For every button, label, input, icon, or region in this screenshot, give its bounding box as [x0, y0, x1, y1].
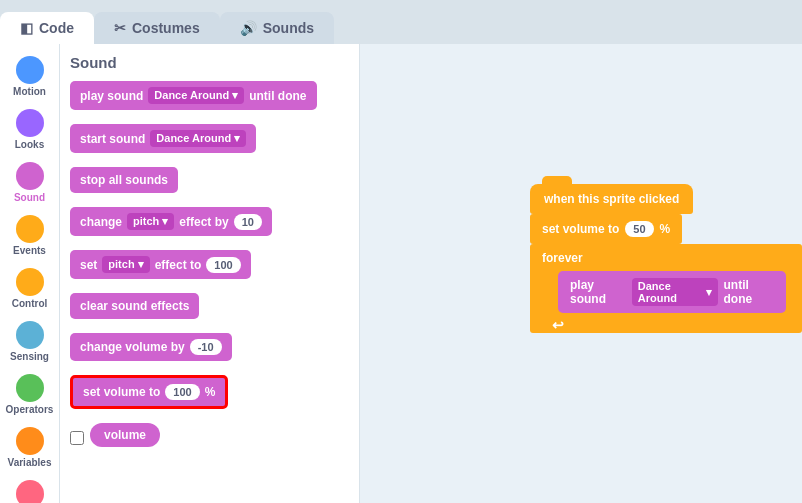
effect-to-text: effect to [155, 258, 202, 272]
blocks-panel-title: Sound [70, 54, 349, 71]
sensing-dot [16, 321, 44, 349]
block-start-sound[interactable]: start sound Dance Around ▾ [70, 124, 349, 159]
set-text: set [80, 258, 97, 272]
tab-costumes[interactable]: ✂ Costumes [94, 12, 220, 44]
tab-code-label: Code [39, 20, 74, 36]
code-icon: ◧ [20, 20, 33, 36]
forever-label: forever [542, 251, 583, 265]
sidebar-item-looks[interactable]: Looks [0, 105, 59, 154]
sidebar-item-motion-label: Motion [13, 86, 46, 97]
clear-effects-text: clear sound effects [80, 299, 189, 313]
sidebar-item-myblocks[interactable]: My Blocks [0, 476, 59, 503]
sidebar-item-operators-label: Operators [6, 404, 54, 415]
control-dot [16, 268, 44, 296]
sound-dot [16, 162, 44, 190]
set-volume-percent: % [205, 385, 216, 399]
pitch-effect-to-value[interactable]: 100 [206, 257, 240, 273]
play-sound-dropdown[interactable]: Dance Around ▾ [148, 87, 244, 104]
canvas-set-volume-value: 50 [625, 221, 653, 237]
sidebar-item-motion[interactable]: Motion [0, 52, 59, 101]
looks-dot [16, 109, 44, 137]
sidebar-item-variables[interactable]: Variables [0, 423, 59, 472]
volume-checkbox[interactable] [70, 431, 84, 445]
play-sound-text: play sound [80, 89, 143, 103]
set-pitch-dropdown[interactable]: pitch ▾ [102, 256, 149, 273]
tab-costumes-label: Costumes [132, 20, 200, 36]
blocks-panel: Sound play sound Dance Around ▾ until do… [60, 44, 360, 503]
start-sound-dropdown[interactable]: Dance Around ▾ [150, 130, 246, 147]
block-change-pitch[interactable]: change pitch ▾ effect by 10 [70, 207, 349, 242]
set-volume-text: set volume to [83, 385, 160, 399]
forever-bottom: ↩ [542, 317, 790, 333]
costumes-icon: ✂ [114, 20, 126, 36]
script-area: when this sprite clicked set volume to 5… [360, 44, 802, 503]
sidebar-item-events[interactable]: Events [0, 211, 59, 260]
block-set-pitch[interactable]: set pitch ▾ effect to 100 [70, 250, 349, 285]
variables-dot [16, 427, 44, 455]
events-dot [16, 215, 44, 243]
sidebar: Motion Looks Sound Events Control Sensin… [0, 44, 60, 503]
operators-dot [16, 374, 44, 402]
tab-sounds-label: Sounds [263, 20, 314, 36]
canvas-play-sound-text: play sound [570, 278, 626, 306]
motion-dot [16, 56, 44, 84]
block-change-volume[interactable]: change volume by -10 [70, 333, 349, 367]
change-volume-value[interactable]: -10 [190, 339, 222, 355]
hat-block-text: when this sprite clicked [544, 192, 679, 206]
sidebar-item-variables-label: Variables [8, 457, 52, 468]
pitch-effect-value[interactable]: 10 [234, 214, 262, 230]
block-play-sound-done[interactable]: play sound Dance Around ▾ until done [70, 81, 349, 116]
canvas-forever-block[interactable]: forever play sound Dance Around ▾ until … [530, 244, 802, 333]
canvas-until-done-text: until done [724, 278, 774, 306]
sidebar-item-sensing[interactable]: Sensing [0, 317, 59, 366]
canvas-sound-dropdown[interactable]: Dance Around ▾ [632, 278, 718, 306]
sidebar-item-events-label: Events [13, 245, 46, 256]
canvas-play-sound-block[interactable]: play sound Dance Around ▾ until done [558, 271, 786, 313]
change-volume-text: change volume by [80, 340, 185, 354]
myblocks-dot [16, 480, 44, 503]
change-text: change [80, 215, 122, 229]
canvas-set-volume-block[interactable]: set volume to 50 % [530, 214, 682, 244]
block-set-volume[interactable]: set volume to 100 % [70, 375, 349, 415]
volume-label: volume [104, 428, 146, 442]
set-volume-value[interactable]: 100 [165, 384, 199, 400]
sidebar-item-sensing-label: Sensing [10, 351, 49, 362]
block-volume[interactable]: volume [70, 423, 349, 453]
sidebar-item-control-label: Control [12, 298, 48, 309]
tab-code[interactable]: ◧ Code [0, 12, 94, 44]
sidebar-item-sound-label: Sound [14, 192, 45, 203]
main-content: Motion Looks Sound Events Control Sensin… [0, 44, 802, 503]
start-sound-text: start sound [80, 132, 145, 146]
block-stop-sounds[interactable]: stop all sounds [70, 167, 349, 199]
script-group: when this sprite clicked set volume to 5… [530, 184, 802, 333]
block-clear-effects[interactable]: clear sound effects [70, 293, 349, 325]
canvas-set-volume-suffix: % [660, 222, 671, 236]
forever-inner: play sound Dance Around ▾ until done [542, 267, 790, 317]
effect-by-text: effect by [179, 215, 228, 229]
sidebar-item-sound[interactable]: Sound [0, 158, 59, 207]
tab-bar: ◧ Code ✂ Costumes 🔊 Sounds [0, 0, 802, 44]
sidebar-item-control[interactable]: Control [0, 264, 59, 313]
until-done-text: until done [249, 89, 306, 103]
stop-sounds-text: stop all sounds [80, 173, 168, 187]
sounds-icon: 🔊 [240, 20, 257, 36]
sidebar-item-operators[interactable]: Operators [0, 370, 59, 419]
canvas-set-volume-text: set volume to [542, 222, 619, 236]
pitch-dropdown[interactable]: pitch ▾ [127, 213, 174, 230]
sidebar-item-looks-label: Looks [15, 139, 44, 150]
tab-sounds[interactable]: 🔊 Sounds [220, 12, 334, 44]
hat-block[interactable]: when this sprite clicked [530, 184, 693, 214]
